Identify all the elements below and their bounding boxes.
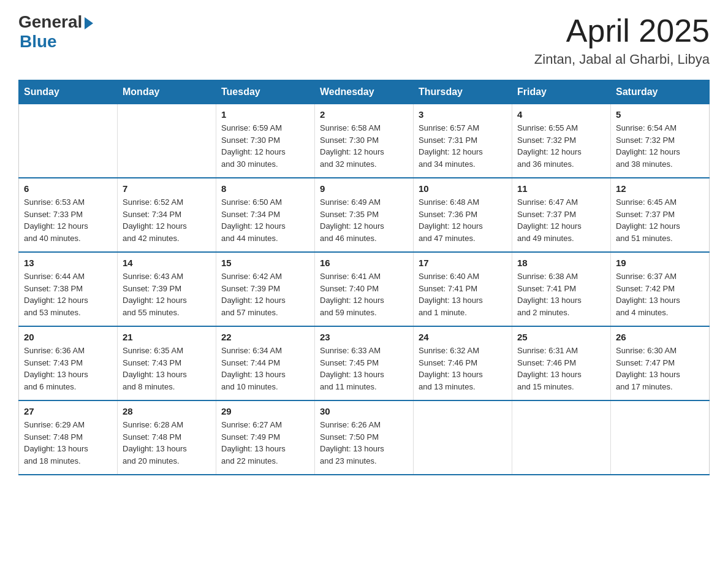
day-info: Sunrise: 6:50 AM Sunset: 7:34 PM Dayligh… — [221, 196, 309, 244]
logo-blue-text: Blue — [20, 32, 57, 52]
calendar-cell — [611, 400, 710, 475]
calendar-cell — [118, 104, 216, 178]
day-header-monday: Monday — [118, 80, 216, 104]
day-header-row: SundayMondayTuesdayWednesdayThursdayFrid… — [19, 80, 710, 104]
day-info: Sunrise: 6:29 AM Sunset: 7:48 PM Dayligh… — [24, 419, 112, 467]
calendar-cell: 24Sunrise: 6:32 AM Sunset: 7:46 PM Dayli… — [414, 326, 512, 400]
day-number: 13 — [24, 258, 112, 268]
calendar-cell: 10Sunrise: 6:48 AM Sunset: 7:36 PM Dayli… — [414, 178, 512, 252]
day-number: 22 — [221, 332, 309, 342]
week-row-2: 6Sunrise: 6:53 AM Sunset: 7:33 PM Daylig… — [19, 178, 710, 252]
location-subtitle: Zintan, Jabal al Gharbi, Libya — [534, 52, 710, 67]
calendar-cell: 3Sunrise: 6:57 AM Sunset: 7:31 PM Daylig… — [414, 104, 512, 178]
day-info: Sunrise: 6:58 AM Sunset: 7:30 PM Dayligh… — [320, 122, 408, 170]
calendar-cell: 25Sunrise: 6:31 AM Sunset: 7:46 PM Dayli… — [512, 326, 611, 400]
day-header-saturday: Saturday — [611, 80, 710, 104]
calendar-table: SundayMondayTuesdayWednesdayThursdayFrid… — [18, 80, 710, 475]
calendar-cell — [414, 400, 512, 475]
day-number: 3 — [419, 109, 507, 120]
day-info: Sunrise: 6:31 AM Sunset: 7:46 PM Dayligh… — [517, 345, 605, 393]
day-info: Sunrise: 6:47 AM Sunset: 7:37 PM Dayligh… — [517, 196, 605, 244]
day-number: 16 — [320, 258, 408, 268]
calendar-cell: 26Sunrise: 6:30 AM Sunset: 7:47 PM Dayli… — [611, 326, 710, 400]
day-info: Sunrise: 6:44 AM Sunset: 7:38 PM Dayligh… — [24, 270, 112, 318]
calendar-body: 1Sunrise: 6:59 AM Sunset: 7:30 PM Daylig… — [19, 104, 710, 475]
calendar-cell: 15Sunrise: 6:42 AM Sunset: 7:39 PM Dayli… — [216, 252, 315, 326]
week-row-3: 13Sunrise: 6:44 AM Sunset: 7:38 PM Dayli… — [19, 252, 710, 326]
day-number: 6 — [24, 183, 112, 194]
day-info: Sunrise: 6:35 AM Sunset: 7:43 PM Dayligh… — [123, 345, 211, 393]
day-info: Sunrise: 6:33 AM Sunset: 7:45 PM Dayligh… — [320, 345, 408, 393]
day-header-thursday: Thursday — [414, 80, 512, 104]
day-number: 17 — [419, 258, 507, 268]
calendar-cell: 22Sunrise: 6:34 AM Sunset: 7:44 PM Dayli… — [216, 326, 315, 400]
calendar-cell: 18Sunrise: 6:38 AM Sunset: 7:41 PM Dayli… — [512, 252, 611, 326]
day-info: Sunrise: 6:30 AM Sunset: 7:47 PM Dayligh… — [616, 345, 704, 393]
day-number: 25 — [517, 332, 605, 342]
day-info: Sunrise: 6:53 AM Sunset: 7:33 PM Dayligh… — [24, 196, 112, 244]
day-info: Sunrise: 6:41 AM Sunset: 7:40 PM Dayligh… — [320, 270, 408, 318]
calendar-cell: 1Sunrise: 6:59 AM Sunset: 7:30 PM Daylig… — [216, 104, 315, 178]
day-info: Sunrise: 6:28 AM Sunset: 7:48 PM Dayligh… — [123, 419, 211, 467]
calendar-cell: 5Sunrise: 6:54 AM Sunset: 7:32 PM Daylig… — [611, 104, 710, 178]
day-header-wednesday: Wednesday — [315, 80, 414, 104]
calendar-cell: 8Sunrise: 6:50 AM Sunset: 7:34 PM Daylig… — [216, 178, 315, 252]
day-number: 15 — [221, 258, 309, 268]
week-row-5: 27Sunrise: 6:29 AM Sunset: 7:48 PM Dayli… — [19, 400, 710, 475]
day-number: 7 — [123, 183, 211, 194]
day-number: 27 — [24, 406, 112, 416]
day-info: Sunrise: 6:48 AM Sunset: 7:36 PM Dayligh… — [419, 196, 507, 244]
calendar-cell: 12Sunrise: 6:45 AM Sunset: 7:37 PM Dayli… — [611, 178, 710, 252]
calendar-cell: 11Sunrise: 6:47 AM Sunset: 7:37 PM Dayli… — [512, 178, 611, 252]
day-number: 26 — [616, 332, 704, 342]
logo-arrow-icon — [85, 17, 93, 29]
month-year-title: April 2025 — [534, 12, 710, 49]
logo: General Blue — [18, 12, 93, 52]
calendar-cell — [19, 104, 118, 178]
calendar-cell: 13Sunrise: 6:44 AM Sunset: 7:38 PM Dayli… — [19, 252, 118, 326]
day-number: 20 — [24, 332, 112, 342]
day-number: 21 — [123, 332, 211, 342]
day-info: Sunrise: 6:26 AM Sunset: 7:50 PM Dayligh… — [320, 419, 408, 467]
day-info: Sunrise: 6:59 AM Sunset: 7:30 PM Dayligh… — [221, 122, 309, 170]
calendar-cell: 21Sunrise: 6:35 AM Sunset: 7:43 PM Dayli… — [118, 326, 216, 400]
day-number: 5 — [616, 109, 704, 120]
page-header: General Blue April 2025 Zintan, Jabal al… — [18, 12, 710, 67]
day-header-friday: Friday — [512, 80, 611, 104]
calendar-cell: 23Sunrise: 6:33 AM Sunset: 7:45 PM Dayli… — [315, 326, 414, 400]
day-number: 23 — [320, 332, 408, 342]
day-info: Sunrise: 6:34 AM Sunset: 7:44 PM Dayligh… — [221, 345, 309, 393]
logo-general-text: General — [18, 12, 82, 32]
day-number: 12 — [616, 183, 704, 194]
day-number: 29 — [221, 406, 309, 416]
day-number: 1 — [221, 109, 309, 120]
day-header-tuesday: Tuesday — [216, 80, 315, 104]
day-info: Sunrise: 6:57 AM Sunset: 7:31 PM Dayligh… — [419, 122, 507, 170]
day-number: 18 — [517, 258, 605, 268]
calendar-cell: 30Sunrise: 6:26 AM Sunset: 7:50 PM Dayli… — [315, 400, 414, 475]
day-header-sunday: Sunday — [19, 80, 118, 104]
calendar-cell: 9Sunrise: 6:49 AM Sunset: 7:35 PM Daylig… — [315, 178, 414, 252]
calendar-cell: 28Sunrise: 6:28 AM Sunset: 7:48 PM Dayli… — [118, 400, 216, 475]
week-row-1: 1Sunrise: 6:59 AM Sunset: 7:30 PM Daylig… — [19, 104, 710, 178]
day-info: Sunrise: 6:42 AM Sunset: 7:39 PM Dayligh… — [221, 270, 309, 318]
day-number: 2 — [320, 109, 408, 120]
calendar-cell: 19Sunrise: 6:37 AM Sunset: 7:42 PM Dayli… — [611, 252, 710, 326]
calendar-cell: 14Sunrise: 6:43 AM Sunset: 7:39 PM Dayli… — [118, 252, 216, 326]
calendar-cell: 27Sunrise: 6:29 AM Sunset: 7:48 PM Dayli… — [19, 400, 118, 475]
day-info: Sunrise: 6:37 AM Sunset: 7:42 PM Dayligh… — [616, 270, 704, 318]
title-section: April 2025 Zintan, Jabal al Gharbi, Liby… — [534, 12, 710, 67]
calendar-cell: 20Sunrise: 6:36 AM Sunset: 7:43 PM Dayli… — [19, 326, 118, 400]
calendar-cell — [512, 400, 611, 475]
day-info: Sunrise: 6:54 AM Sunset: 7:32 PM Dayligh… — [616, 122, 704, 170]
calendar-cell: 4Sunrise: 6:55 AM Sunset: 7:32 PM Daylig… — [512, 104, 611, 178]
calendar-cell: 16Sunrise: 6:41 AM Sunset: 7:40 PM Dayli… — [315, 252, 414, 326]
day-info: Sunrise: 6:38 AM Sunset: 7:41 PM Dayligh… — [517, 270, 605, 318]
day-number: 19 — [616, 258, 704, 268]
day-number: 11 — [517, 183, 605, 194]
day-info: Sunrise: 6:40 AM Sunset: 7:41 PM Dayligh… — [419, 270, 507, 318]
day-info: Sunrise: 6:36 AM Sunset: 7:43 PM Dayligh… — [24, 345, 112, 393]
week-row-4: 20Sunrise: 6:36 AM Sunset: 7:43 PM Dayli… — [19, 326, 710, 400]
day-info: Sunrise: 6:32 AM Sunset: 7:46 PM Dayligh… — [419, 345, 507, 393]
day-number: 4 — [517, 109, 605, 120]
